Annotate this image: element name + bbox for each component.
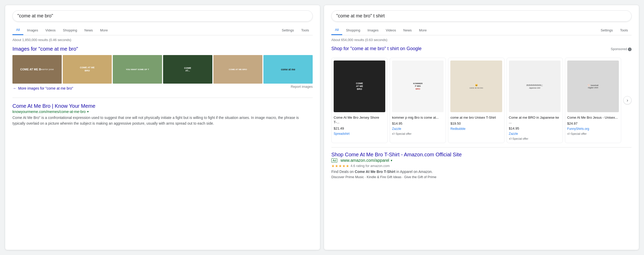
thumb-label-4: COMEAT... <box>163 55 212 84</box>
product-price-4: $14.95 <box>509 126 561 130</box>
product-card-3[interactable]: 🐱come at me bro come at me bro Unisex T-… <box>448 58 504 143</box>
thumb-label-2: COME AT MEBRO <box>63 55 112 84</box>
tag-icon-2: 🏷 <box>392 132 395 135</box>
product-store-4: Zazzle <box>509 132 561 136</box>
tab-images-left[interactable]: Images <box>23 26 42 35</box>
left-search-bar[interactable] <box>12 10 313 22</box>
tab-settings-left[interactable]: Settings <box>278 26 298 35</box>
image-thumb-3[interactable]: YOU WANT SOME OF T <box>113 55 162 84</box>
tab-tools-left[interactable]: Tools <box>298 26 313 35</box>
product-card-2[interactable]: KOMMERP MIGBRO kommer p mig Bro is come … <box>390 58 446 143</box>
product-card-1[interactable]: COMEAT MEBRO Come At Me Bro Jersey Shore… <box>331 58 388 143</box>
sponsored-label: Sponsored i <box>611 47 632 51</box>
product-img-text-3: 🐱come at me bro <box>468 83 484 90</box>
product-price-5: $24.97 <box>567 122 619 125</box>
result-url-row: knowyourmeme.com/memes/come-at-me-bro ▾ <box>12 110 313 114</box>
divider-right <box>331 147 632 147</box>
result-snippet: Come At Me Bro" is a confrontational exp… <box>12 115 313 126</box>
results-count-right: About 654,000 results (0.63 seconds) <box>331 38 632 42</box>
product-image-5: ⚾ baseballraglan shirt <box>567 61 619 112</box>
left-panel: All Images Videos Shopping News More Set… <box>5 5 320 250</box>
image-strip: COME AT ME Bwarrior pose COME AT MEBRO Y… <box>12 55 313 84</box>
tab-shopping-right[interactable]: Shopping <box>342 26 364 35</box>
special-text-2: Special offer <box>396 132 411 135</box>
result-dropdown-arrow[interactable]: ▾ <box>87 110 89 113</box>
ad-dropdown-arrow[interactable]: ▾ <box>391 159 392 162</box>
product-title-3: come at me bro Unisex T-Shirt <box>450 115 502 120</box>
ad-result: Shop Come At Me Bro T-Shirt - Amazon.com… <box>331 152 632 179</box>
tab-more-left[interactable]: More <box>96 26 111 35</box>
product-image-2: KOMMERP MIGBRO <box>392 61 444 112</box>
image-thumb-6[interactable]: come at me <box>263 55 313 84</box>
organic-result: Come At Me Bro | Know Your Meme knowyour… <box>12 103 313 126</box>
images-footer: → More images for "come at me bro" Repor… <box>12 86 313 91</box>
tab-images-right[interactable]: Images <box>364 26 382 35</box>
tab-all-left[interactable]: All <box>12 25 23 35</box>
tab-tools-right[interactable]: Tools <box>617 26 632 35</box>
more-images-link[interactable]: → More images for "come at me bro" <box>12 86 73 90</box>
more-images-text: More images for "come at me bro" <box>18 86 73 90</box>
tab-shopping-left[interactable]: Shopping <box>59 26 81 35</box>
product-img-text-2: KOMMERP MIGBRO <box>412 81 424 91</box>
left-search-input[interactable] <box>17 13 304 19</box>
image-thumb-2[interactable]: COME AT MEBRO <box>63 55 112 84</box>
tab-more-right[interactable]: More <box>415 26 430 35</box>
shopping-section: Shop for "come at me bro" t shirt on Goo… <box>331 46 632 143</box>
stars-row: ★★★★★ 4.6 rating for amazon.com <box>331 164 632 168</box>
thumb-label-1: COME AT ME Bwarrior pose <box>12 55 62 84</box>
left-nav: All Images Videos Shopping News More Set… <box>12 25 313 35</box>
rating-label: rating for amazon.com <box>356 164 390 168</box>
image-thumb-4[interactable]: COMEAT... <box>163 55 212 84</box>
tab-videos-right[interactable]: Videos <box>382 26 400 35</box>
product-card-4[interactable]: 仲仲仲仲仲仲仲にJapanese shirt Come at me BRO in… <box>507 58 563 143</box>
result-title[interactable]: Come At Me Bro | Know Your Meme <box>12 103 313 109</box>
product-image-4: 仲仲仲仲仲仲仲にJapanese shirt <box>509 61 561 112</box>
ad-url: www.amazon.com/apparel <box>340 158 389 163</box>
tab-news-right[interactable]: News <box>400 26 416 35</box>
product-image-3: 🐱come at me bro <box>450 61 502 112</box>
products-next-button[interactable]: › <box>623 96 632 104</box>
right-search-bar[interactable] <box>331 10 632 22</box>
ad-title[interactable]: Shop Come At Me Bro T-Shirt - Amazon.com… <box>331 152 632 158</box>
product-title-2: kommer p mig Bro is come at... <box>392 115 444 120</box>
product-store-5: FunnyShirts.org <box>567 127 619 131</box>
product-title-1: Come At Me Bro Jersey Shore T-... <box>334 115 385 125</box>
image-thumb-1[interactable]: COME AT ME Bwarrior pose <box>12 55 62 84</box>
product-store-1: Spreadshirt <box>334 132 385 136</box>
arrow-right-icon: → <box>12 86 16 90</box>
divider <box>12 98 313 98</box>
results-count-left: About 1,850,000 results (0.46 seconds) <box>12 38 313 42</box>
product-special-2: 🏷 Special offer <box>392 132 444 135</box>
ad-url-row: Ad www.amazon.com/apparel ▾ <box>331 158 632 163</box>
thumb-label-6: come at me <box>263 55 313 84</box>
shop-section-title[interactable]: Shop for "come at me bro" t shirt on Goo… <box>331 46 422 51</box>
image-thumb-5[interactable]: COME AT ME BRO <box>213 55 263 84</box>
tab-all-right[interactable]: All <box>331 25 342 35</box>
product-price-1: $21.49 <box>334 126 385 130</box>
rating-text: 4.6 rating for amazon.com <box>351 164 390 168</box>
sponsored-info-icon[interactable]: i <box>628 48 632 51</box>
product-price-2: $14.95 <box>392 122 444 125</box>
product-store-2: Zazzle <box>392 127 444 131</box>
right-search-input[interactable] <box>336 13 623 19</box>
special-text-5: Special offer <box>571 132 587 135</box>
product-img-text-5: ⚾ baseballraglan shirt <box>586 83 599 90</box>
product-store-3: Redbubble <box>450 127 502 131</box>
product-special-5: 🏷 Special offer <box>567 132 619 135</box>
report-images-link[interactable]: Report images <box>291 85 313 89</box>
thumb-label-5: COME AT ME BRO <box>213 55 263 84</box>
special-text-4: Special offer <box>513 137 528 140</box>
tag-icon-4: 🏷 <box>509 137 512 140</box>
images-section-title[interactable]: Images for "come at me bro" <box>12 46 313 52</box>
right-nav: All Shopping Images Videos News More Set… <box>331 25 632 35</box>
tab-news-left[interactable]: News <box>81 26 97 35</box>
product-card-5[interactable]: ⚾ baseballraglan shirt Come At Me Bro Je… <box>565 58 621 143</box>
product-img-text-4: 仲仲仲仲仲仲仲にJapanese shirt <box>525 83 544 90</box>
sponsored-text: Sponsored <box>611 47 627 51</box>
tab-videos-left[interactable]: Videos <box>42 26 59 35</box>
product-special-4: 🏷 Special offer <box>509 137 561 140</box>
product-img-text-1: COMEAT MEBRO <box>354 80 365 92</box>
stars-display: ★★★★★ <box>331 164 349 168</box>
products-cards: COMEAT MEBRO Come At Me Bro Jersey Shore… <box>331 58 621 143</box>
tab-settings-right[interactable]: Settings <box>597 26 617 35</box>
